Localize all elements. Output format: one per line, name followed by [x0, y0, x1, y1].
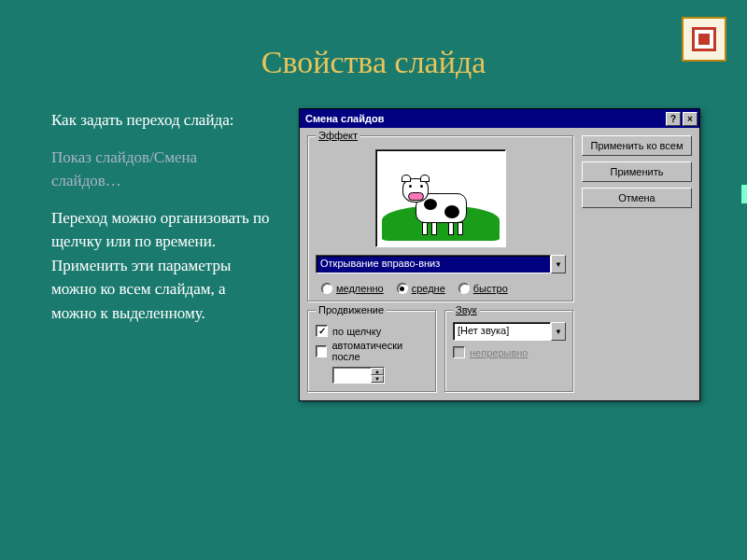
apply-all-button[interactable]: Применить ко всем: [582, 135, 692, 156]
help-button[interactable]: ?: [666, 112, 681, 126]
advance-group: Продвижение по щелчку автоматически посл…: [307, 310, 437, 393]
dialog-titlebar[interactable]: Смена слайдов ? ×: [300, 109, 699, 128]
effect-dropdown[interactable]: Открывание вправо-вниз ▼: [316, 255, 566, 273]
speed-medium-radio[interactable]: средне: [397, 283, 445, 294]
sound-legend: Звук: [453, 304, 480, 315]
advance-legend: Продвижение: [316, 304, 387, 315]
sound-dropdown[interactable]: [Нет звука] ▼: [453, 322, 566, 341]
spin-up-icon[interactable]: ▲: [371, 368, 384, 375]
loop-checkbox: непрерывно: [453, 346, 566, 358]
slide-title: Свойства слайда: [0, 0, 747, 108]
time-spinner[interactable]: ▲ ▼: [371, 368, 384, 383]
apply-button[interactable]: Применить: [582, 161, 692, 182]
body-paragraph: Переход можно организовать по щелчку или…: [51, 206, 271, 326]
chevron-down-icon[interactable]: ▼: [551, 322, 566, 341]
cancel-button[interactable]: Отмена: [582, 188, 692, 208]
effect-preview: [375, 149, 506, 247]
chevron-down-icon[interactable]: ▼: [551, 255, 566, 273]
intro-line: Как задать переход слайда:: [51, 108, 271, 133]
edge-accent: [741, 185, 747, 203]
dialog-title: Смена слайдов: [305, 113, 384, 124]
corner-decorative-icon: [682, 17, 726, 62]
effect-value: Открывание вправо-вниз: [316, 255, 551, 273]
sound-value: [Нет звука]: [453, 322, 551, 341]
auto-time-field[interactable]: ▲ ▼: [332, 367, 385, 384]
menu-path: Показ слайдов/Смена слайдов…: [51, 146, 271, 193]
onclick-checkbox[interactable]: по щелчку: [316, 325, 429, 337]
speed-radio-group: медленно средне быстро: [316, 283, 566, 294]
close-button[interactable]: ×: [683, 112, 698, 126]
description-text: Как задать переход слайда: Показ слайдов…: [51, 108, 271, 401]
effect-group: Эффект: [307, 135, 574, 302]
speed-slow-radio[interactable]: медленно: [321, 283, 384, 294]
slide-transition-dialog: Смена слайдов ? × Эффект: [299, 108, 700, 401]
effect-legend: Эффект: [316, 130, 360, 141]
spin-down-icon[interactable]: ▼: [371, 375, 384, 383]
sound-group: Звук [Нет звука] ▼ непрерывно: [444, 310, 574, 393]
auto-after-checkbox[interactable]: автоматически после: [316, 340, 429, 362]
speed-fast-radio[interactable]: быстро: [458, 283, 508, 294]
